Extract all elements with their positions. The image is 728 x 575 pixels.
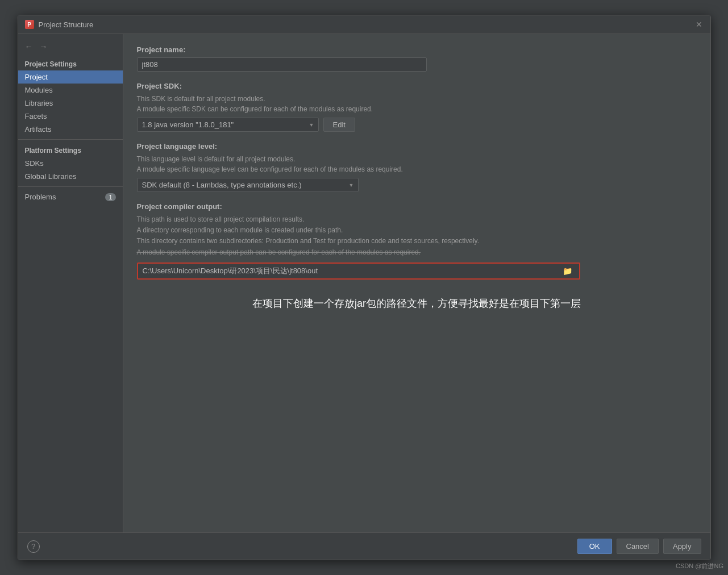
language-level-select[interactable]: SDK default (8 - Lambdas, type annotatio… xyxy=(137,178,359,192)
help-button[interactable]: ? xyxy=(27,540,40,553)
back-button[interactable]: ← xyxy=(23,41,35,52)
sdk-row: 1.8 java version "1.8.0_181" Edit xyxy=(137,118,697,132)
lang-select-wrapper: SDK default (8 - Lambdas, type annotatio… xyxy=(137,178,359,192)
output-path-row: 📁 xyxy=(137,262,580,280)
compiler-output-label: Project compiler output: xyxy=(137,202,697,211)
project-sdk-label: Project SDK: xyxy=(137,82,697,90)
sidebar-item-facets[interactable]: Facets xyxy=(18,110,123,123)
watermark: CSDN @前进NG xyxy=(676,562,723,570)
output-path-input[interactable] xyxy=(143,266,560,275)
sidebar-item-global-libraries[interactable]: Global Libraries xyxy=(18,170,123,183)
title-bar-left: P Project Structure xyxy=(25,20,94,29)
project-language-group: Project language level: This language le… xyxy=(137,142,697,192)
project-language-label: Project language level: xyxy=(137,142,697,151)
main-content: Project name: Project SDK: This SDK is d… xyxy=(123,34,710,532)
sidebar-item-project[interactable]: Project xyxy=(18,70,123,84)
annotation-text: 在项目下创建一个存放jar包的路径文件，方便寻找最好是在项目下第一层 xyxy=(137,297,697,310)
sdk-select-wrapper: 1.8 java version "1.8.0_181" xyxy=(137,118,319,132)
problems-label: Problems xyxy=(25,193,56,201)
ok-button[interactable]: OK xyxy=(577,539,612,554)
project-sdk-desc1: This SDK is default for all project modu… xyxy=(137,94,697,114)
edit-sdk-button[interactable]: Edit xyxy=(323,118,355,132)
compiler-desc: This path is used to store all project c… xyxy=(137,214,697,258)
close-button[interactable]: ✕ xyxy=(694,20,704,29)
sidebar-divider-2 xyxy=(18,186,123,187)
sidebar-item-sdks[interactable]: SDKs xyxy=(18,157,123,170)
app-icon: P xyxy=(25,20,34,29)
project-structure-dialog: P Project Structure ✕ ← → Project Settin… xyxy=(18,15,711,560)
sidebar-divider xyxy=(18,139,123,140)
sidebar-item-libraries[interactable]: Libraries xyxy=(18,97,123,110)
compiler-output-group: Project compiler output: This path is us… xyxy=(137,202,697,280)
project-name-group: Project name: xyxy=(137,45,697,72)
sidebar: ← → Project Settings Project Modules Lib… xyxy=(18,34,123,532)
platform-settings-label: Platform Settings xyxy=(18,143,123,157)
footer-left: ? xyxy=(27,540,40,553)
forward-button[interactable]: → xyxy=(38,41,50,52)
apply-button[interactable]: Apply xyxy=(663,539,701,554)
sidebar-item-problems[interactable]: Problems 1 xyxy=(18,190,123,203)
project-name-input[interactable] xyxy=(137,57,427,72)
sidebar-item-artifacts[interactable]: Artifacts xyxy=(18,123,123,136)
nav-buttons: ← → xyxy=(18,39,123,57)
project-settings-label: Project Settings xyxy=(18,57,123,70)
dialog-title: Project Structure xyxy=(39,20,94,29)
folder-icon[interactable]: 📁 xyxy=(560,265,575,277)
project-name-label: Project name: xyxy=(137,45,697,54)
dialog-footer: ? OK Cancel Apply xyxy=(18,532,710,560)
dialog-body: ← → Project Settings Project Modules Lib… xyxy=(18,34,710,532)
sidebar-item-modules[interactable]: Modules xyxy=(18,84,123,97)
project-sdk-group: Project SDK: This SDK is default for all… xyxy=(137,82,697,132)
cancel-button[interactable]: Cancel xyxy=(617,539,659,554)
sdk-select[interactable]: 1.8 java version "1.8.0_181" xyxy=(137,118,319,132)
title-bar: P Project Structure ✕ xyxy=(18,15,710,34)
project-lang-desc: This language level is default for all p… xyxy=(137,154,697,174)
problems-badge: 1 xyxy=(105,193,115,201)
